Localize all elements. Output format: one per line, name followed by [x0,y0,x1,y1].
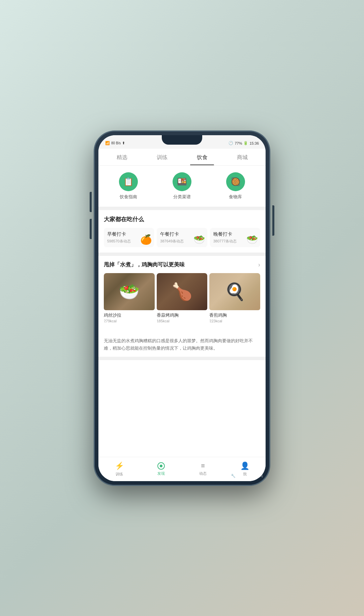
tab-training[interactable]: 训练 [142,149,182,165]
tab-shop[interactable]: 商城 [222,149,262,165]
recipe-img-salad [104,273,155,310]
lunch-emoji: 🥗 [193,234,205,245]
recipe-card-grilled[interactable]: 香蒜烤鸡胸 185kcal [157,273,208,323]
diet-guide-label: 饮食指南 [120,194,137,200]
phone-screen: 📶 80 B/s ⬆ 🕐 77% 🔋 15:36 精选 训练 [98,135,266,481]
scroll-content[interactable]: 📋 饮食指南 🍱 分类菜谱 🥘 食物库 [98,166,266,459]
bottom-spacer [98,360,266,367]
eating-section: 大家都在吃什么 早餐打卡 598570条动态 🍊 午餐打卡 387649条动态 … [98,210,266,253]
watermark: 🔧 手机软件资源局 [231,473,263,478]
recipes-icon: 🍱 [177,177,187,186]
nav-training-label: 训练 [116,472,123,477]
lunch-card[interactable]: 午餐打卡 387649条动态 🥗 [157,228,207,247]
feature-section: 甩掉「水煮」，鸡胸肉可以更美味 › 鸡丝沙拉 279kcal 香蒜烤鸡胸 185 [98,256,266,332]
quick-icon-diet-guide[interactable]: 📋 饮食指南 [119,172,138,200]
user-icon: 👤 [240,462,249,470]
breakfast-card[interactable]: 早餐打卡 598570条动态 🍊 [104,228,154,247]
nav-dynamic-label: 动态 [199,471,207,476]
diet-guide-icon: 📋 [123,177,133,186]
food-library-icon: 🥘 [231,177,241,186]
menu-icon: ≡ [201,462,205,470]
recipe-img-fried [209,273,260,310]
breakfast-emoji: 🍊 [140,234,152,245]
lightning-icon: ⚡ [115,462,124,470]
recipe-img-grilled [157,273,208,310]
recipe-cal-fried: 223kcal [209,319,260,323]
recipe-cal-salad: 279kcal [104,319,155,323]
top-tab-bar: 精选 训练 饮食 商城 [98,149,266,166]
food-library-label: 食物库 [229,194,242,200]
signal-speed: 80 B/s [111,141,121,145]
description-text: 无油无盐的水煮鸡胸糟糕的口感是很多人的噩梦。然而鸡胸肉要做的好吃并不难，稍加心思… [98,332,266,357]
nav-discover[interactable]: 发现 [140,462,182,476]
recipes-label: 分类菜谱 [173,194,191,200]
diet-guide-icon-circle: 📋 [119,172,138,191]
meal-cards-container: 早餐打卡 598570条动态 🍊 午餐打卡 387649条动态 🥗 晚餐打卡 3… [104,228,260,247]
nav-training[interactable]: ⚡ 训练 [98,462,140,477]
notch [162,135,202,145]
wifi-icon: 📶 [105,141,110,145]
recipe-name-grilled: 香蒜烤鸡胸 [157,312,208,318]
chevron-right-icon[interactable]: › [258,261,260,268]
divider-1 [98,207,266,210]
dinner-card[interactable]: 晚餐打卡 380777条动态 🥗 [210,228,260,247]
status-left: 📶 80 B/s ⬆ [105,141,125,145]
recipe-name-salad: 鸡丝沙拉 [104,312,155,318]
feature-title: 甩掉「水煮」，鸡胸肉可以更美味 [104,261,185,268]
alarm-icon: 🕐 [229,141,233,145]
divider-3 [98,357,266,360]
battery-icon: 🔋 [243,141,248,145]
tab-diet[interactable]: 饮食 [182,149,222,165]
phone-frame: 📶 80 B/s ⬆ 🕐 77% 🔋 15:36 精选 训练 [94,131,270,485]
quick-icons-section: 📋 饮食指南 🍱 分类菜谱 🥘 食物库 [98,166,266,207]
eating-section-title: 大家都在吃什么 [104,215,260,223]
recipe-name-fried: 香煎鸡胸 [209,312,260,318]
recipe-cal-grilled: 185kcal [157,319,208,323]
time-display: 15:36 [249,141,259,145]
nav-discover-label: 发现 [157,471,165,476]
quick-icon-recipes[interactable]: 🍱 分类菜谱 [173,172,191,200]
nav-dynamic[interactable]: ≡ 动态 [182,462,224,476]
tab-featured[interactable]: 精选 [102,149,142,165]
divider-2 [98,253,266,256]
battery-text: 77% [235,141,242,145]
quick-icon-food-library[interactable]: 🥘 食物库 [226,172,245,200]
feature-header: 甩掉「水煮」，鸡胸肉可以更美味 › [104,261,260,268]
status-right: 🕐 77% 🔋 15:36 [229,141,259,145]
recipe-card-salad[interactable]: 鸡丝沙拉 279kcal [104,273,155,323]
data-icon: ⬆ [122,141,125,145]
dinner-emoji: 🥗 [246,234,258,245]
discover-icon [157,462,165,470]
recipe-cards-container: 鸡丝沙拉 279kcal 香蒜烤鸡胸 185kcal 香煎鸡胸 223kcal [104,273,260,323]
food-library-icon-circle: 🥘 [226,172,245,191]
recipe-card-fried[interactable]: 香煎鸡胸 223kcal [209,273,260,323]
recipes-icon-circle: 🍱 [173,172,191,191]
